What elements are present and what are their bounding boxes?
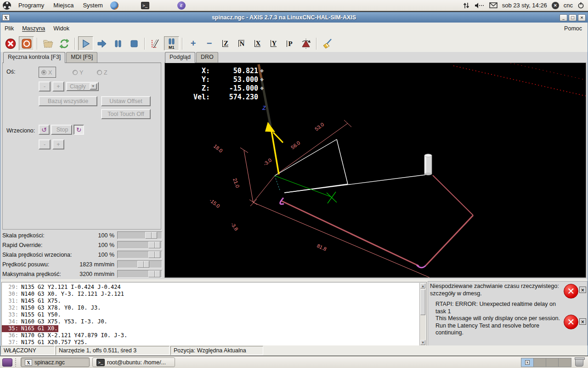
jog-minus-button[interactable]: - [39,81,51,92]
gcode-line[interactable]: 36:N170 G3 X-2.121 Y47.879 I0. J-3. [2,332,426,339]
dim-x-min: -3.8 [230,221,239,231]
home-all-button[interactable]: Bazuj wszystkie [39,96,97,106]
minimize-button[interactable]: _ [560,14,567,21]
estop-button[interactable] [3,36,18,51]
reload-file-button[interactable] [57,36,72,51]
radio-y-icon [73,70,78,75]
trash-applet-icon[interactable] [575,358,583,367]
gcode-line[interactable]: 37:N175 G1 X20.757 Y25. [2,339,426,346]
menu-pomoc[interactable]: Pomoc [564,25,588,32]
pause-icon [114,40,122,48]
view-perspective-button[interactable]: P [282,36,297,51]
tab-mdi[interactable]: MDI [F5] [66,52,97,63]
spindle-override-slider[interactable] [117,251,162,259]
run-program-button[interactable] [78,36,93,51]
axis-radio-x[interactable]: X [39,67,56,78]
machine-power-button[interactable] [19,36,34,51]
shutdown-icon[interactable] [577,2,584,9]
workspace-switcher[interactable]: X [521,358,571,367]
network-arrows-icon[interactable] [463,2,470,9]
zoom-out-button[interactable]: − [202,36,217,51]
user-name[interactable]: cnc [564,2,573,9]
stop-button[interactable] [126,36,141,51]
dismiss-notification-button[interactable]: × [579,318,586,325]
max-velocity-slider[interactable] [117,270,162,278]
menu-plik[interactable]: Plik [0,25,18,32]
taskbar-handle [15,358,18,367]
jog-plus-button[interactable]: + [52,81,64,92]
feed-override-slider[interactable] [117,231,162,239]
gcode-line[interactable]: 34:N160 G3 X75. Y53. I-3. J0. [2,318,426,325]
tab-manual-control[interactable]: Ręczna kontrola [F3] [3,52,65,63]
run-step-button[interactable] [94,36,109,51]
feed-override-value: 100 % [98,232,117,239]
rapid-override-slider[interactable] [117,241,162,249]
rapid-override-row: Rapid Override: 100 % [2,240,162,250]
workspace-4[interactable] [559,358,571,367]
workspace-1[interactable]: X [521,358,534,367]
gcode-line[interactable]: 29:N135 G2 Y2.121 I-0.424 J-0.424 [2,284,426,291]
set-offset-button[interactable]: Ustaw Offset [101,96,151,106]
backplot-canvas[interactable]: 18.0 21.0 -15.0 -3.8 81.8 56.0 53.0 -3.0 [164,63,586,278]
scrollbar-thumb[interactable] [420,289,425,315]
panel-menu-places[interactable]: Miejsca [49,0,78,11]
gcode-line-active[interactable]: 35:N165 G1 X0. [2,325,426,332]
axis-window: X spinacz.ngc - AXIS 2.7.3 na LinuxCNC-H… [0,12,588,356]
workspace-3[interactable] [546,358,559,367]
jog-mode-combobox[interactable]: Ciągły▼ [66,82,99,91]
gcode-line[interactable]: 32:N150 G3 X78. Y0. I0. J3. [2,305,426,311]
workspace-2[interactable] [534,358,546,367]
panel-menu-programs[interactable]: Programy [14,0,49,11]
gcode-scrollbar[interactable]: ▲ ▼ [419,283,426,345]
jog-speed-slider[interactable] [117,260,162,268]
user-switcher-icon[interactable]: ✕ [552,2,559,9]
view-x-button[interactable]: X [250,36,265,51]
skip-lines-toggle[interactable] [148,36,163,51]
file-manager-applet-icon[interactable] [2,358,12,367]
mail-notification-icon[interactable] [489,2,498,8]
spindle-slower-button[interactable]: - [39,139,51,150]
window-titlebar[interactable]: X spinacz.ngc - AXIS 2.7.3 na LinuxCNC-H… [0,12,588,23]
axis-radio-y[interactable]: Y [73,68,83,76]
optional-pause-toggle[interactable]: M1 [164,36,179,51]
clear-plot-button[interactable] [320,36,335,51]
m1-pause-icon: M1 [167,38,176,49]
firefox-launcher-icon[interactable] [109,0,120,11]
tab-dro[interactable]: DRO [196,52,218,63]
maximize-button[interactable]: □ [569,14,577,21]
tab-preview[interactable]: Podgląd [165,52,195,63]
run-icon [81,39,90,48]
close-button[interactable]: × [578,14,586,21]
menu-maszyna[interactable]: Maszyna [18,25,49,32]
spindle-cw-button[interactable]: ↻ [74,125,85,135]
task-axis-window[interactable]: X spinacz.ngc [21,357,90,367]
emacs-launcher-icon[interactable]: ε [176,0,187,11]
dismiss-notification-button[interactable]: × [579,287,586,293]
gcode-line[interactable]: 30:N140 G3 X0. Y-3. I2.121 J-2.121 [2,291,426,298]
tool-touch-off-button[interactable]: Tool Touch Off [101,109,151,119]
panel-menu-system[interactable]: System [78,0,107,11]
spindle-ccw-button[interactable]: ↺ [39,125,50,135]
dro-vel-row: Vel: 574.230 [182,93,264,102]
dim-z-min: -15.0 [209,197,221,209]
spindle-faster-button[interactable]: + [52,139,64,150]
gcode-line[interactable]: 31:N145 G1 X75. [2,298,426,305]
terminal-launcher-icon[interactable]: >_ [140,0,151,11]
rotate-view-button[interactable] [298,36,313,51]
volume-muted-icon[interactable] [475,2,485,9]
distro-logo-icon[interactable] [1,0,12,11]
open-file-button[interactable] [40,36,56,51]
view-z-rotated-button[interactable]: N [234,36,249,51]
pause-button[interactable] [110,36,125,51]
axis-radio-z[interactable]: Z [97,68,107,76]
gcode-listing[interactable]: 29:N135 G2 Y2.121 I-0.424 J-0.424 30:N14… [1,282,427,346]
panel-clock[interactable]: sob 23 sty, 14:26 [502,2,547,9]
spindle-stop-button[interactable]: Stop [51,125,72,135]
task-terminal-window[interactable]: >_ root@ubuntu: /home/... [92,357,175,367]
view-y-button[interactable]: Y [266,36,281,51]
dro-x-row: X: 50.821 ⌖ [182,67,264,75]
view-z-button[interactable]: Z [218,36,233,51]
menu-widok[interactable]: Widok [49,25,74,32]
zoom-in-button[interactable]: + [186,36,201,51]
gcode-line[interactable]: 33:N155 G1 Y50. [2,311,426,318]
